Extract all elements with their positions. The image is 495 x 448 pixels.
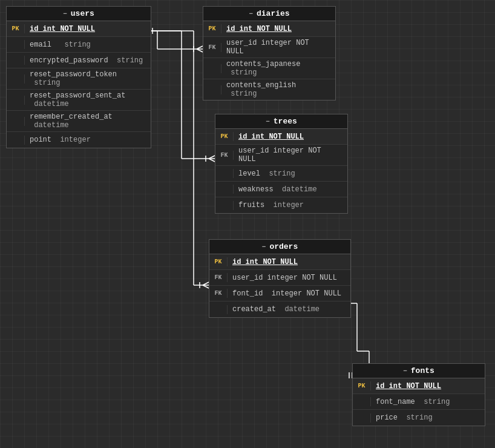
diaries-table-header: − diaries	[203, 7, 335, 21]
trees-level-key: PK	[215, 169, 234, 178]
users-point-key: PK	[7, 136, 25, 145]
users-email-key: PK	[7, 40, 25, 49]
fonts-pk-row: PK id int NOT NULL	[353, 378, 485, 394]
orders-createdat-key: PK	[209, 305, 228, 314]
users-table-title: users	[71, 9, 94, 18]
svg-line-12	[209, 156, 215, 159]
fonts-price-field: price string	[371, 412, 438, 424]
svg-line-5	[197, 46, 203, 49]
svg-line-6	[197, 49, 203, 52]
orders-createdat-row: PK created_at datetime	[209, 301, 350, 317]
trees-fruits-key: PK	[215, 201, 234, 210]
diaries-table: − diaries PK id int NOT NULL FK user_id …	[203, 6, 336, 100]
trees-level-row: PK level string	[215, 166, 347, 182]
diaries-pk-row: PK id int NOT NULL	[203, 21, 335, 37]
trees-weakness-key: PK	[215, 185, 234, 194]
trees-fruits-row: PK fruits integer	[215, 197, 347, 213]
orders-collapse-icon[interactable]: −	[262, 243, 266, 251]
trees-table: − trees PK id int NOT NULL FK user_id in…	[215, 114, 348, 214]
users-table-header: − users	[7, 7, 151, 21]
orders-fontid-field: font_id integer NOT NULL	[228, 288, 346, 300]
trees-pk-row: PK id int NOT NULL	[215, 129, 347, 145]
diaries-userid-field: user_id integer NOT NULL	[221, 37, 335, 58]
orders-fontid-row: FK font_id integer NOT NULL	[209, 286, 350, 301]
users-pk-label: PK	[7, 24, 25, 33]
trees-pk-field: id int NOT NULL	[234, 131, 309, 143]
users-pk-row: PK id int NOT NULL	[7, 21, 151, 37]
users-email-field: email string	[25, 39, 96, 51]
fonts-collapse-icon[interactable]: −	[403, 367, 407, 375]
orders-table-title: orders	[269, 242, 298, 251]
trees-table-title: trees	[274, 117, 297, 126]
svg-line-19	[203, 285, 209, 288]
diaries-userid-key: FK	[203, 43, 221, 52]
orders-table-header: − orders	[209, 240, 350, 254]
users-reset-token-row: PK reset_password_token string	[7, 68, 151, 90]
users-enc-pw-key: PK	[7, 56, 25, 65]
fonts-fontname-row: PK font_name string	[353, 394, 485, 410]
users-reset-sent-field: reset_password_sent_at datetime	[25, 90, 151, 110]
trees-weakness-field: weakness datetime	[234, 183, 322, 196]
diaries-pk-field: id int NOT NULL	[221, 23, 297, 35]
diaries-cj-field: contents_japanese string	[221, 58, 335, 79]
trees-weakness-row: PK weakness datetime	[215, 182, 347, 197]
diaries-ce-key: PK	[203, 85, 221, 94]
fonts-price-row: PK price string	[353, 410, 485, 426]
trees-userid-field: user_id integer NOT NULL	[234, 145, 347, 165]
users-collapse-icon[interactable]: −	[63, 10, 67, 18]
diaries-pk-label: PK	[203, 24, 221, 33]
orders-pk-row: PK id int NOT NULL	[209, 254, 350, 270]
trees-userid-key: FK	[215, 151, 234, 160]
fonts-price-key: PK	[353, 413, 371, 423]
orders-fontid-key: FK	[209, 289, 228, 298]
svg-line-13	[209, 159, 215, 162]
diaries-userid-row: FK user_id integer NOT NULL	[203, 37, 335, 58]
diaries-ce-field: contents_english string	[221, 79, 335, 100]
orders-userid-key: FK	[209, 273, 228, 282]
diaries-cj-key: PK	[203, 64, 221, 73]
users-reset-token-key: PK	[7, 74, 25, 84]
users-enc-pw-field: encrypted_password string	[25, 54, 148, 67]
orders-pk-field: id int NOT NULL	[228, 256, 303, 268]
trees-collapse-icon[interactable]: −	[266, 118, 270, 125]
users-email-row: PK email string	[7, 37, 151, 53]
fonts-pk-field: id int NOT NULL	[371, 380, 446, 392]
users-remember-row: PK remember_created_at datetime	[7, 111, 151, 132]
trees-userid-row: FK user_id integer NOT NULL	[215, 145, 347, 166]
diaries-cj-row: PK contents_japanese string	[203, 58, 335, 79]
users-enc-pw-row: PK encrypted_password string	[7, 53, 151, 68]
orders-userid-field: user_id integer NOT NULL	[228, 272, 342, 284]
users-table: − users PK id int NOT NULL PK email stri…	[6, 6, 151, 148]
orders-userid-row: FK user_id integer NOT NULL	[209, 270, 350, 286]
fonts-table: − fonts PK id int NOT NULL PK font_name …	[352, 363, 485, 426]
users-reset-sent-key: PK	[7, 96, 25, 105]
trees-table-header: − trees	[215, 114, 347, 129]
users-remember-field: remember_created_at datetime	[25, 111, 151, 131]
orders-createdat-field: created_at datetime	[228, 303, 324, 315]
trees-pk-label: PK	[215, 132, 234, 141]
diaries-collapse-icon[interactable]: −	[249, 10, 253, 18]
users-pk-field: id int NOT NULL	[25, 23, 100, 35]
diaries-table-title: diaries	[257, 9, 290, 18]
diaries-ce-row: PK contents_english string	[203, 79, 335, 100]
fonts-fontname-key: PK	[353, 397, 371, 406]
users-reset-token-field: reset_password_token string	[25, 68, 151, 89]
fonts-fontname-field: font_name string	[371, 396, 454, 408]
fonts-pk-label: PK	[353, 381, 371, 390]
users-point-row: PK point integer	[7, 132, 151, 148]
svg-line-18	[203, 282, 209, 285]
users-reset-sent-row: PK reset_password_sent_at datetime	[7, 90, 151, 111]
orders-pk-label: PK	[209, 257, 228, 266]
trees-fruits-field: fruits integer	[234, 199, 309, 211]
users-point-field: point integer	[25, 134, 96, 146]
fonts-table-header: − fonts	[353, 364, 485, 378]
fonts-table-title: fonts	[411, 366, 434, 375]
orders-table: − orders PK id int NOT NULL FK user_id i…	[209, 239, 351, 318]
users-remember-key: PK	[7, 117, 25, 126]
trees-level-field: level string	[234, 168, 300, 180]
